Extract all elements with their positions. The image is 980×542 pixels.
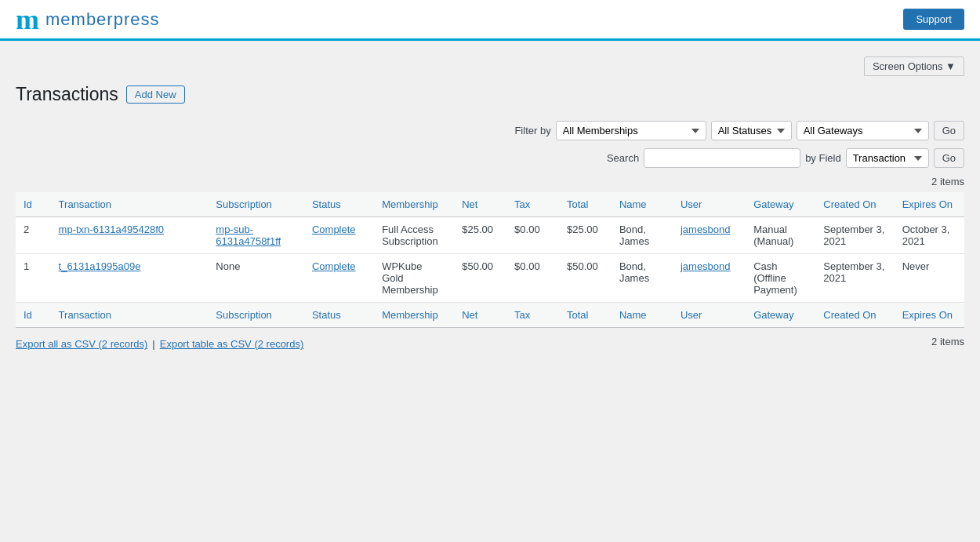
export-links: Export all as CSV (2 records) | Export t… bbox=[16, 338, 303, 350]
cell-transaction-0[interactable]: mp-txn-6131a495428f0 bbox=[51, 217, 209, 254]
memberships-select[interactable]: All MembershipsFull Access SubscriptionW… bbox=[556, 121, 706, 140]
support-button[interactable]: Support bbox=[903, 9, 964, 30]
col-header-id[interactable]: Id bbox=[16, 192, 51, 217]
col-footer-user[interactable]: User bbox=[673, 303, 746, 328]
cell-id-0: 2 bbox=[16, 217, 51, 254]
search-label: Search bbox=[607, 152, 639, 164]
col-header-created[interactable]: Created On bbox=[815, 192, 894, 217]
field-select[interactable]: TransactionSubscriptionMember bbox=[846, 148, 929, 168]
table-header-row: Id Transaction Subscription Status Membe… bbox=[16, 192, 964, 217]
col-header-gateway[interactable]: Gateway bbox=[746, 192, 815, 217]
cell-subscription-1: None bbox=[208, 254, 304, 303]
main-content: Screen Options ▼ Transactions Add New Fi… bbox=[0, 41, 980, 368]
col-footer-subscription[interactable]: Subscription bbox=[208, 303, 304, 328]
cell-expires_on-1: Never bbox=[895, 254, 964, 303]
screen-options-bar: Screen Options ▼ bbox=[16, 56, 964, 76]
cell-membership-0: Full Access Subscription bbox=[374, 217, 454, 254]
col-header-name[interactable]: Name bbox=[612, 192, 673, 217]
col-header-transaction[interactable]: Transaction bbox=[51, 192, 209, 217]
cell-name-0: Bond, James bbox=[612, 217, 673, 254]
link-subscription-0[interactable]: mp-sub-6131a4758f1ff bbox=[216, 224, 281, 247]
cell-total-0: $25.00 bbox=[559, 217, 612, 254]
cell-user-0[interactable]: jamesbond bbox=[673, 217, 746, 254]
logo-text: memberpress bbox=[45, 9, 159, 30]
cell-created_on-0: September 3, 2021 bbox=[815, 217, 894, 254]
link-user-0[interactable]: jamesbond bbox=[681, 224, 731, 235]
cell-user-1[interactable]: jamesbond bbox=[673, 254, 746, 303]
screen-options-button[interactable]: Screen Options ▼ bbox=[864, 56, 964, 76]
col-header-tax[interactable]: Tax bbox=[506, 192, 559, 217]
cell-expires_on-0: October 3, 2021 bbox=[895, 217, 964, 254]
header: m memberpress Support bbox=[0, 0, 980, 41]
cell-tax-1: $0.00 bbox=[506, 254, 559, 303]
logo-m-icon: m bbox=[16, 5, 39, 34]
page-title: Transactions bbox=[16, 84, 118, 105]
link-user-1[interactable]: jamesbond bbox=[681, 260, 731, 272]
cell-status-0[interactable]: Complete bbox=[304, 217, 374, 254]
link-status-1[interactable]: Complete bbox=[312, 260, 356, 272]
col-footer-net[interactable]: Net bbox=[454, 303, 506, 328]
col-header-expires[interactable]: Expires On bbox=[895, 192, 964, 217]
link-transaction-1[interactable]: t_6131a1995a09e bbox=[59, 260, 141, 272]
logo: m memberpress bbox=[16, 5, 159, 34]
cell-subscription-0[interactable]: mp-sub-6131a4758f1ff bbox=[208, 217, 304, 254]
table-row: 2mp-txn-6131a495428f0mp-sub-6131a4758f1f… bbox=[16, 217, 964, 254]
link-transaction-0[interactable]: mp-txn-6131a495428f0 bbox=[59, 224, 164, 235]
filter-by-label: Filter by bbox=[514, 125, 550, 136]
cell-membership-1: WPKube Gold Membership bbox=[374, 254, 454, 303]
export-table-link[interactable]: Export table as CSV (2 records) bbox=[160, 338, 304, 350]
items-count-bottom: 2 items bbox=[931, 336, 964, 347]
col-footer-total[interactable]: Total bbox=[559, 303, 612, 328]
search-input[interactable] bbox=[644, 148, 800, 168]
link-status-0[interactable]: Complete bbox=[312, 224, 356, 235]
cell-tax-0: $0.00 bbox=[506, 217, 559, 254]
cell-created_on-1: September 3, 2021 bbox=[815, 254, 894, 303]
cell-gateway-1: Cash (Offline Payment) bbox=[746, 254, 815, 303]
cell-name-1: Bond, James bbox=[612, 254, 673, 303]
col-footer-name[interactable]: Name bbox=[612, 303, 673, 328]
col-footer-created[interactable]: Created On bbox=[815, 303, 894, 328]
cell-net-1: $50.00 bbox=[454, 254, 506, 303]
col-footer-membership[interactable]: Membership bbox=[374, 303, 454, 328]
cell-net-0: $25.00 bbox=[454, 217, 506, 254]
page-title-row: Transactions Add New bbox=[16, 84, 964, 105]
col-header-total[interactable]: Total bbox=[559, 192, 612, 217]
table-row: 1t_6131a1995a09eNoneCompleteWPKube Gold … bbox=[16, 254, 964, 303]
col-footer-tax[interactable]: Tax bbox=[506, 303, 559, 328]
col-header-status[interactable]: Status bbox=[304, 192, 374, 217]
statuses-select[interactable]: All StatusesCompletePendingRefunded bbox=[711, 121, 792, 140]
table-footer-row: Id Transaction Subscription Status Membe… bbox=[16, 303, 964, 328]
by-field-label: by Field bbox=[805, 152, 841, 164]
filter-row: Filter by All MembershipsFull Access Sub… bbox=[16, 121, 964, 140]
export-all-link[interactable]: Export all as CSV (2 records) bbox=[16, 338, 147, 350]
col-footer-gateway[interactable]: Gateway bbox=[746, 303, 815, 328]
search-row: Search by Field TransactionSubscriptionM… bbox=[16, 148, 964, 168]
col-header-membership[interactable]: Membership bbox=[374, 192, 454, 217]
col-header-user[interactable]: User bbox=[673, 192, 746, 217]
col-footer-transaction[interactable]: Transaction bbox=[51, 303, 209, 328]
cell-status-1[interactable]: Complete bbox=[304, 254, 374, 303]
col-footer-status[interactable]: Status bbox=[304, 303, 374, 328]
link-separator: | bbox=[152, 338, 154, 350]
cell-total-1: $50.00 bbox=[559, 254, 612, 303]
cell-id-1: 1 bbox=[16, 254, 51, 303]
transactions-table: Id Transaction Subscription Status Membe… bbox=[16, 192, 964, 328]
search-go-button[interactable]: Go bbox=[934, 148, 964, 168]
cell-transaction-1[interactable]: t_6131a1995a09e bbox=[51, 254, 209, 303]
footer-row: Export all as CSV (2 records) | Export t… bbox=[16, 336, 964, 352]
col-header-net[interactable]: Net bbox=[454, 192, 506, 217]
gateways-select[interactable]: All GatewaysManualCash (Offline Payment) bbox=[797, 121, 929, 140]
filter-go-button[interactable]: Go bbox=[934, 121, 964, 140]
col-header-subscription[interactable]: Subscription bbox=[208, 192, 304, 217]
items-count-top: 2 items bbox=[16, 176, 964, 187]
cell-gateway-0: Manual (Manual) bbox=[746, 217, 815, 254]
col-footer-id[interactable]: Id bbox=[16, 303, 51, 328]
col-footer-expires[interactable]: Expires On bbox=[895, 303, 964, 328]
add-new-button[interactable]: Add New bbox=[126, 85, 185, 104]
